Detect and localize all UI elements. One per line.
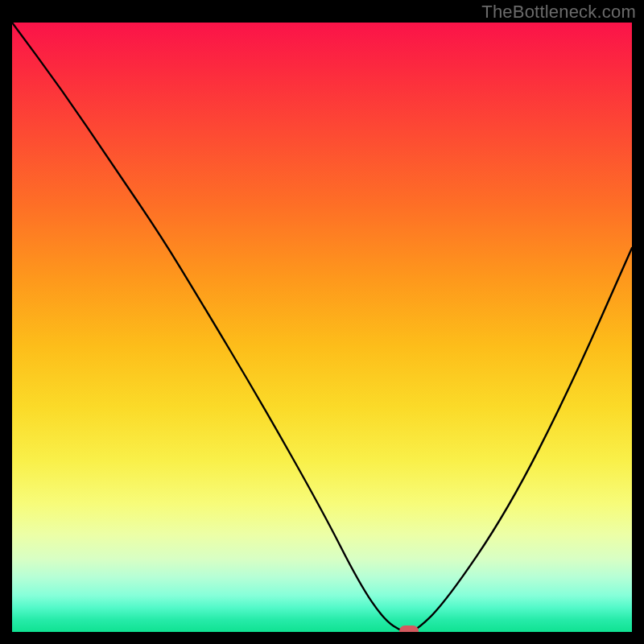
plot-area (12, 23, 632, 632)
bottleneck-curve (12, 23, 632, 632)
optimal-marker (399, 625, 419, 632)
curve-path (12, 23, 632, 632)
watermark-text: TheBottleneck.com (481, 2, 636, 23)
chart-frame: TheBottleneck.com (0, 0, 644, 644)
